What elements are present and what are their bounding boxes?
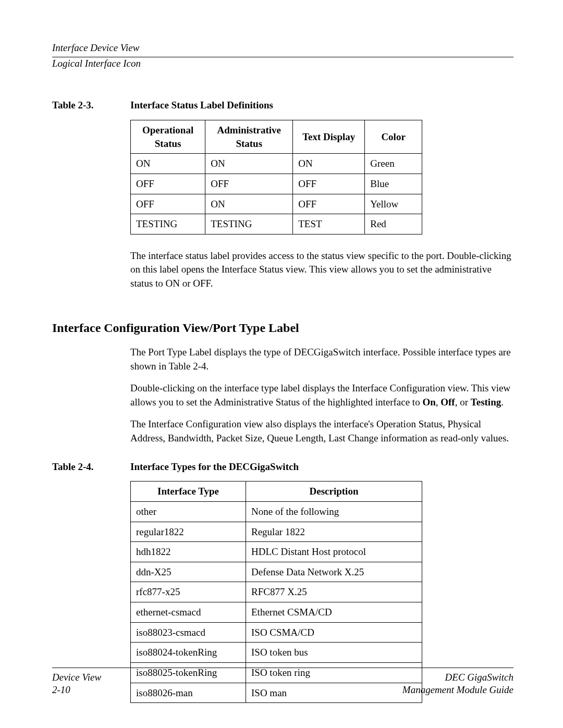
cell: ON (205, 154, 293, 174)
cell: RFC877 X.25 (246, 582, 422, 602)
cell: OFF (205, 174, 293, 194)
footer-right: DEC GigaSwitch Management Module Guide (283, 671, 514, 697)
col-header: Description (246, 482, 422, 502)
page-header: Interface Device View Logical Interface … (52, 42, 513, 70)
cell: ethernet-csmacd (131, 602, 246, 623)
table-row: ON ON ON Green (131, 154, 422, 174)
table-row: OFF OFF OFF Blue (131, 174, 422, 194)
table-row: iso88023-csmacd ISO CSMA/CD (131, 622, 422, 643)
footer-left-1: Device View (52, 671, 283, 684)
table-row: other None of the following (131, 501, 422, 522)
cell: None of the following (246, 501, 422, 522)
paragraph: The Port Type Label displays the type of… (130, 346, 513, 373)
table-row: regular1822 Regular 1822 (131, 522, 422, 542)
table-title: Interface Types for the DECGigaSwitch (130, 461, 299, 472)
table-2-3-caption: Table 2-3.Interface Status Label Definit… (52, 98, 513, 112)
bold-text: Off (440, 397, 455, 408)
text: . (501, 397, 504, 408)
cell: TEST (293, 214, 365, 235)
footer-left-2: 2-10 (52, 684, 283, 697)
cell: OFF (293, 194, 365, 214)
page-footer: Device View 2-10 DEC GigaSwitch Manageme… (52, 668, 513, 697)
cell: Blue (365, 174, 422, 194)
col-header: Color (365, 120, 422, 154)
page-container: Interface Device View Logical Interface … (0, 0, 563, 728)
table-row: TESTING TESTING TEST Red (131, 214, 422, 235)
cell: Green (365, 154, 422, 174)
cell: rfc877-x25 (131, 582, 246, 602)
table-2-3: Operational Status Administrative Status… (130, 120, 422, 235)
cell: ISO CSMA/CD (246, 622, 422, 643)
bold-text: On (422, 397, 435, 408)
paragraph: Double-clicking on the interface type la… (130, 381, 513, 409)
col-header: Operational Status (131, 120, 205, 154)
cell: Defense Data Network X.25 (246, 562, 422, 582)
table-row: rfc877-x25 RFC877 X.25 (131, 582, 422, 602)
cell: ON (131, 154, 205, 174)
cell: iso88024-tokenRing (131, 643, 246, 663)
table-row: iso88024-tokenRing ISO token bus (131, 643, 422, 663)
cell: TESTING (205, 214, 293, 235)
table-header-row: Operational Status Administrative Status… (131, 120, 422, 154)
table-row: ddn-X25 Defense Data Network X.25 (131, 562, 422, 582)
table-header-row: Interface Type Description (131, 482, 422, 502)
header-line-2: Logical Interface Icon (52, 57, 513, 70)
table-2-4-caption: Table 2-4.Interface Types for the DECGig… (52, 460, 513, 474)
cell: HDLC Distant Host protocol (246, 542, 422, 562)
table-row: ethernet-csmacd Ethernet CSMA/CD (131, 602, 422, 623)
table-number: Table 2-3. (52, 98, 130, 112)
table-row: hdh1822 HDLC Distant Host protocol (131, 542, 422, 562)
cell: Red (365, 214, 422, 235)
table-number: Table 2-4. (52, 460, 130, 474)
paragraph: The Interface Configuration view also di… (130, 417, 513, 445)
cell: ON (205, 194, 293, 214)
footer-right-1: DEC GigaSwitch (283, 671, 514, 684)
cell: Yellow (365, 194, 422, 214)
cell: ddn-X25 (131, 562, 246, 582)
text: , or (455, 397, 471, 408)
cell: hdh1822 (131, 542, 246, 562)
bold-text: Testing (471, 397, 501, 408)
cell: Regular 1822 (246, 522, 422, 542)
cell: ISO token bus (246, 643, 422, 663)
col-header: Administrative Status (205, 120, 293, 154)
section-heading: Interface Configuration View/Port Type L… (52, 319, 513, 336)
col-header: Text Display (293, 120, 365, 154)
cell: OFF (293, 174, 365, 194)
table-row: OFF ON OFF Yellow (131, 194, 422, 214)
header-line-1: Interface Device View (52, 42, 513, 55)
cell: TESTING (131, 214, 205, 235)
cell: ON (293, 154, 365, 174)
text: , (436, 397, 441, 408)
paragraph: The interface status label provides acce… (130, 249, 513, 291)
cell: iso88023-csmacd (131, 622, 246, 643)
table-title: Interface Status Label Definitions (130, 100, 273, 110)
cell: OFF (131, 194, 205, 214)
cell: OFF (131, 174, 205, 194)
col-header: Interface Type (131, 482, 246, 502)
footer-right-2: Management Module Guide (283, 684, 514, 697)
cell: Ethernet CSMA/CD (246, 602, 422, 623)
cell: regular1822 (131, 522, 246, 542)
footer-left: Device View 2-10 (52, 671, 283, 697)
cell: other (131, 501, 246, 522)
footer-rule (52, 668, 513, 668)
